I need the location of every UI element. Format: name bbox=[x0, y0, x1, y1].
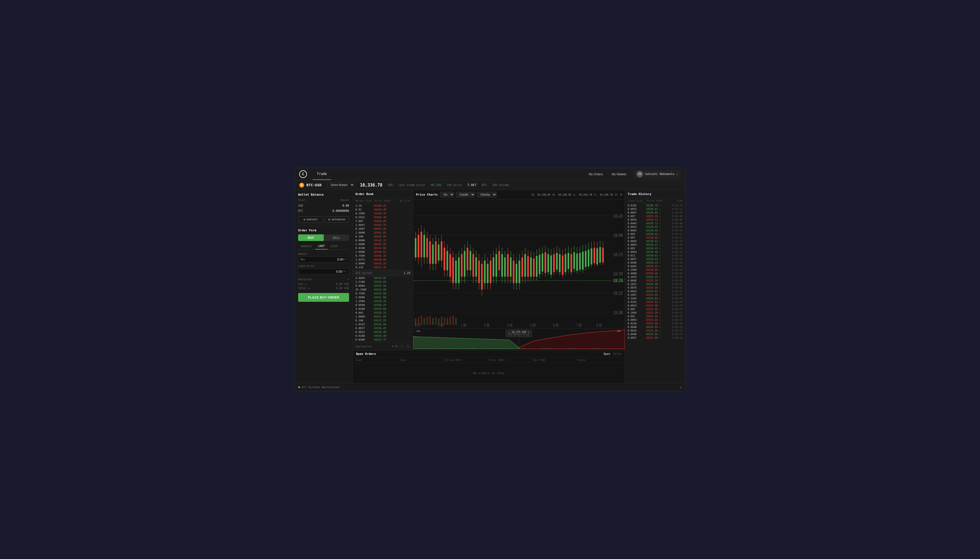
order-book-bid-row[interactable]: 0.001 10328.15 - bbox=[353, 311, 413, 315]
order-book-ask-row[interactable]: 0.0688 10342.15 - bbox=[353, 238, 413, 242]
order-book-ask-row[interactable]: 0.6100 10341.80 - bbox=[353, 246, 413, 250]
ask-size: 0.1007 bbox=[355, 227, 373, 230]
trade-direction-icon: ↗ bbox=[659, 244, 661, 246]
trade-price: 10336.84 ↗ bbox=[646, 297, 664, 300]
order-book-bid-row[interactable]: 1.0000 10325.45 - bbox=[353, 342, 413, 342]
order-book-ask-row[interactable]: 0.132 10337.35 - bbox=[353, 265, 413, 269]
chart-type-select[interactable]: Candle bbox=[456, 192, 475, 197]
bid-size: 1.0000 bbox=[355, 315, 373, 318]
bid-price: 10326.45 bbox=[373, 327, 392, 329]
bid-my-size: - bbox=[392, 296, 410, 299]
trade-history-row: 0.011 10338.63 ↗ 9:49:20 bbox=[625, 254, 685, 257]
order-book-bid-row[interactable]: 2.5100 10334.95 - bbox=[353, 280, 413, 284]
order-book-ask-row[interactable]: 1.0000 10340.65 - bbox=[353, 250, 413, 254]
oo-tab-fills[interactable]: Fills bbox=[613, 352, 621, 356]
order-book-ask-row[interactable]: 1.4371 10340.00 - bbox=[353, 258, 413, 261]
trade-price: 10333.60 ↗ bbox=[646, 294, 664, 296]
order-book-bid-row[interactable]: 0.0984 10333.50 - bbox=[353, 284, 413, 288]
trade-direction-icon: ↗ bbox=[659, 283, 661, 286]
trade-time: 9:49:20 bbox=[664, 251, 682, 253]
deposit-label: DEPOSIT bbox=[307, 218, 318, 221]
trade-price: 10336.81 ↗ bbox=[646, 208, 664, 210]
order-book-bid-row[interactable]: 3.0268 10329.00 - bbox=[353, 307, 413, 311]
bid-price: 10329.35 bbox=[373, 299, 392, 303]
buy-tab[interactable]: BUY bbox=[298, 234, 324, 241]
sell-tab[interactable]: SELL bbox=[324, 234, 349, 241]
trade-direction-icon: ↗ bbox=[659, 215, 661, 218]
order-book-bid-row[interactable]: 3.0000 10331.00 - bbox=[353, 296, 413, 299]
trade-price: 10331.02 ↗ bbox=[646, 319, 664, 321]
trade-size: 0.2933 bbox=[628, 276, 646, 278]
my-wallets-button[interactable]: My Wallets bbox=[608, 171, 630, 177]
open-orders-title: Open Orders bbox=[356, 352, 376, 356]
order-book-ask-row[interactable]: 0.100 10342.65 - bbox=[353, 234, 413, 238]
order-book-bid-row[interactable]: 0.7599 10332.90 - bbox=[353, 292, 413, 296]
order-book-bid-row[interactable]: 1.0000 10327.95 - bbox=[353, 315, 413, 319]
trade-time: 9:49:02 bbox=[664, 286, 682, 289]
order-book-ask-row[interactable]: 0.2999 10344.35 - bbox=[353, 211, 413, 215]
trade-size: 0.0024 bbox=[628, 290, 646, 293]
withdraw-button[interactable]: ⊕ WITHDRAW bbox=[325, 216, 349, 223]
trade-history-row: 0.001 10332.95 ↗ 9:48:50 bbox=[625, 314, 685, 318]
order-book-ask-row[interactable]: 3.0000 10339.25 - bbox=[353, 261, 413, 265]
user-name: Satoshi Nakamoto bbox=[645, 172, 675, 176]
trade-direction-icon: ↗ bbox=[659, 308, 661, 311]
oo-tab-open[interactable]: Open bbox=[604, 352, 610, 356]
order-book-ask-row[interactable]: 0.01 10344.40 - bbox=[353, 207, 413, 211]
ohlcv-high-label: H: bbox=[553, 194, 556, 196]
order-book-bid-row[interactable]: 25.3100 10333.00 - bbox=[353, 288, 413, 292]
order-book-bid-row[interactable]: 0.6168 10326.30 - bbox=[353, 334, 413, 338]
deposit-button[interactable]: ⊕ DEPOSIT bbox=[298, 216, 323, 223]
volume-currency: BTC bbox=[482, 184, 487, 187]
market-select[interactable]: Select Market bbox=[327, 182, 355, 188]
order-book-bid-row[interactable]: 1.2904 10329.35 - bbox=[353, 299, 413, 303]
bid-my-size: - bbox=[392, 303, 410, 306]
market-tab[interactable]: MARKET bbox=[298, 243, 315, 250]
order-book-ask-row[interactable]: 2.0000 10342.85 - bbox=[353, 230, 413, 234]
order-book-bid-row[interactable]: 0.100 10327.25 - bbox=[353, 319, 413, 322]
order-book-bid-row[interactable]: 4.0045 10335.05 - bbox=[353, 276, 413, 280]
order-book-ask-row[interactable]: 0.1007 10342.90 - bbox=[353, 227, 413, 230]
ask-price: 10342.15 bbox=[373, 239, 392, 242]
order-book-bid-row[interactable]: 0.0500 10325.75 - bbox=[353, 338, 413, 342]
order-book-ask-row[interactable]: 0.7599 10340.35 - bbox=[353, 254, 413, 258]
order-book-ask-row[interactable]: 1.0047 10343.75 - bbox=[353, 223, 413, 227]
agg-plus-button[interactable]: + bbox=[406, 344, 410, 349]
order-book-ask-row[interactable]: 2.0000 10341.95 - bbox=[353, 242, 413, 246]
order-book-ask-row[interactable]: 2.414 10336.55 - bbox=[353, 269, 413, 270]
place-order-button[interactable]: PLACE BUY ORDER bbox=[298, 293, 349, 302]
order-book-bid-row[interactable]: 0.0999 10329.25 - bbox=[353, 303, 413, 307]
trade-price: 10331.00 ↗ bbox=[646, 322, 664, 325]
ask-price: 10337.35 bbox=[373, 266, 392, 269]
settings-icon[interactable]: ⚙ bbox=[680, 385, 682, 389]
my-orders-button[interactable]: My Orders bbox=[585, 171, 607, 177]
stop-tab[interactable]: STOP bbox=[328, 243, 340, 250]
amount-input[interactable] bbox=[305, 258, 343, 261]
order-book-bid-row[interactable]: 1.0322 10326.50 - bbox=[353, 322, 413, 326]
trade-size: 0.3442 bbox=[628, 297, 646, 300]
price-label: Last trade price bbox=[398, 184, 425, 187]
nav-tab-trade[interactable]: Trade bbox=[312, 168, 331, 180]
bid-price: 10326.40 bbox=[373, 331, 392, 333]
overlay-select[interactable]: Overlay bbox=[477, 192, 497, 197]
agg-minus-button[interactable]: − bbox=[400, 344, 404, 349]
max-link[interactable]: Max bbox=[300, 258, 305, 261]
limit-price-input[interactable] bbox=[300, 270, 342, 273]
order-book-ask-row[interactable]: 3.14 10344.45 - bbox=[353, 203, 413, 207]
trade-size: 0.0093 bbox=[628, 243, 646, 246]
order-book-ask-row[interactable]: 0.5922 10344.30 - bbox=[353, 215, 413, 219]
aggregation-label: Aggregation bbox=[355, 345, 372, 348]
order-book-bid-row[interactable]: 0.0023 10326.40 - bbox=[353, 330, 413, 334]
ask-price: 10341.95 bbox=[373, 243, 392, 246]
user-area[interactable]: SN Satoshi Nakamoto ▾ bbox=[634, 170, 681, 179]
order-book-bid-row[interactable]: 0.0037 10326.45 - bbox=[353, 326, 413, 330]
svg-text:-300: -300 bbox=[415, 330, 420, 332]
app-logo[interactable]: C bbox=[299, 170, 307, 178]
chart-container[interactable]: 9/13 1:00 2:00 3:00 4:00 5:00 6:00 7:00 … bbox=[413, 199, 625, 350]
trade-size: 0.0047 bbox=[628, 211, 646, 214]
limit-tab[interactable]: LIMIT bbox=[315, 243, 328, 250]
order-book-ask-row[interactable]: 1.007 10344.00 - bbox=[353, 219, 413, 223]
advanced-row[interactable]: Advanced ▾ bbox=[298, 277, 349, 282]
timeframe-select[interactable]: 5m bbox=[440, 192, 454, 197]
bid-size: 0.0984 bbox=[355, 284, 373, 287]
